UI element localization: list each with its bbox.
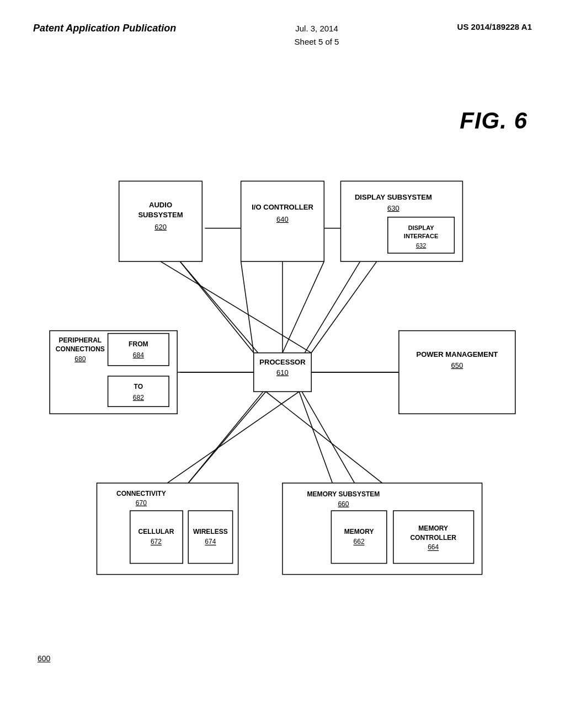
svg-line-8: [302, 392, 354, 483]
patent-page: Patent Application Publication Jul. 3, 2…: [0, 0, 565, 728]
svg-text:I/O CONTROLLER: I/O CONTROLLER: [252, 203, 313, 211]
publication-title: Patent Application Publication: [33, 22, 176, 35]
svg-text:684: 684: [133, 351, 144, 359]
svg-text:650: 650: [451, 361, 463, 370]
pub-date: Jul. 3, 2014: [295, 24, 338, 33]
svg-text:CONTROLLER: CONTROLLER: [410, 534, 456, 542]
svg-text:CONNECTIVITY: CONNECTIVITY: [116, 490, 166, 497]
svg-text:MEMORY SUBSYSTEM: MEMORY SUBSYSTEM: [307, 490, 380, 498]
svg-line-4: [305, 261, 360, 353]
svg-text:662: 662: [354, 538, 365, 545]
header-meta: Jul. 3, 2014 Sheet 5 of 5: [295, 22, 339, 49]
circuit-diagram: PROCESSOR 610 AUDIO SUBSYSTEM 620 I/O CO…: [33, 94, 532, 662]
svg-text:670: 670: [136, 499, 147, 507]
svg-text:CELLULAR: CELLULAR: [138, 528, 174, 536]
svg-text:PROCESSOR: PROCESSOR: [259, 358, 306, 366]
svg-text:630: 630: [387, 204, 399, 212]
svg-text:PERIPHERAL: PERIPHERAL: [59, 336, 102, 344]
svg-text:680: 680: [74, 355, 86, 363]
svg-text:664: 664: [428, 543, 439, 551]
svg-rect-36: [108, 376, 169, 406]
svg-line-0: [180, 261, 260, 356]
svg-text:DISPLAY: DISPLAY: [408, 224, 434, 231]
svg-rect-54: [331, 511, 386, 563]
svg-text:620: 620: [154, 223, 167, 231]
svg-line-63: [282, 261, 324, 353]
svg-text:WIRELESS: WIRELESS: [193, 528, 228, 536]
svg-text:660: 660: [338, 500, 349, 508]
svg-rect-45: [130, 511, 183, 563]
svg-text:TO: TO: [134, 383, 143, 390]
svg-text:AUDIO: AUDIO: [149, 201, 172, 209]
svg-text:FROM: FROM: [129, 340, 148, 348]
svg-line-68: [167, 392, 299, 483]
svg-line-69: [188, 392, 266, 483]
svg-text:640: 640: [276, 215, 289, 223]
svg-line-70: [299, 392, 332, 483]
svg-rect-39: [399, 331, 515, 414]
svg-text:610: 610: [276, 368, 289, 377]
svg-line-64: [311, 261, 377, 353]
sheet-info: Sheet 5 of 5: [295, 37, 339, 46]
svg-text:INTERFACE: INTERFACE: [404, 233, 439, 239]
svg-text:MEMORY: MEMORY: [344, 528, 374, 536]
svg-text:MEMORY: MEMORY: [418, 524, 448, 532]
svg-line-67: [266, 392, 382, 483]
svg-text:SUBSYSTEM: SUBSYSTEM: [138, 211, 183, 219]
svg-text:CONNECTIONS: CONNECTIONS: [56, 345, 105, 353]
svg-text:682: 682: [133, 394, 144, 402]
patent-number: US 2014/189228 A1: [457, 22, 532, 31]
svg-text:DISPLAY SUBSYSTEM: DISPLAY SUBSYSTEM: [355, 193, 432, 201]
svg-text:632: 632: [416, 242, 426, 249]
svg-text:POWER MANAGEMENT: POWER MANAGEMENT: [416, 350, 498, 358]
page-header: Patent Application Publication Jul. 3, 2…: [33, 22, 532, 49]
svg-text:674: 674: [205, 538, 216, 545]
svg-text:672: 672: [151, 538, 162, 545]
svg-rect-33: [108, 334, 169, 366]
svg-rect-48: [188, 511, 232, 563]
svg-rect-14: [119, 181, 202, 261]
